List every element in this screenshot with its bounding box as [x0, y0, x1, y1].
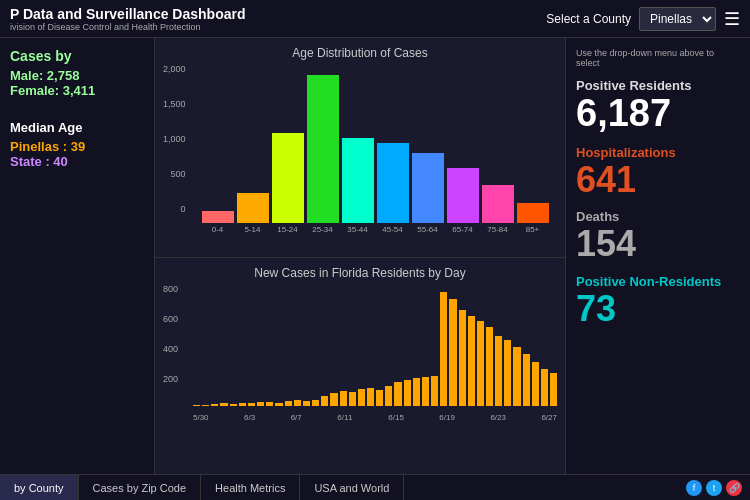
- female-count: Female: 3,411: [10, 83, 144, 98]
- state-age: State : 40: [10, 154, 144, 169]
- nc-bar: [266, 402, 273, 406]
- nc-y-200: 200: [163, 374, 178, 384]
- link-icon[interactable]: 🔗: [726, 480, 742, 496]
- y-label-1000: 1,000: [163, 134, 186, 144]
- age-bar-label: 35-44: [347, 225, 367, 234]
- pinellas-value: 39: [71, 139, 85, 154]
- age-bar: [202, 211, 234, 223]
- age-bar-label: 55-64: [417, 225, 437, 234]
- nc-bar: [248, 403, 255, 406]
- age-bar: [342, 138, 374, 223]
- menu-icon[interactable]: ☰: [724, 8, 740, 30]
- main-content: Cases by Male: 2,758 Female: 3,411 Media…: [0, 38, 750, 490]
- nc-y-axis: 800 600 400 200: [163, 284, 182, 404]
- nc-bar: [523, 354, 530, 406]
- nc-bar: [486, 327, 493, 406]
- nc-bar: [211, 404, 218, 406]
- nc-bar: [358, 389, 365, 406]
- nc-bars-area: [193, 286, 557, 406]
- tab-usa-world[interactable]: USA and World: [300, 475, 404, 500]
- age-bar-label: 45-54: [382, 225, 402, 234]
- nc-bar: [495, 336, 502, 406]
- positive-residents-value: 6,187: [576, 93, 740, 135]
- non-residents-value: 73: [576, 289, 740, 329]
- nc-y-400: 400: [163, 344, 178, 354]
- female-label: Female:: [10, 83, 59, 98]
- age-bar-label: 5-14: [244, 225, 260, 234]
- cases-by-gender: Cases by Male: 2,758 Female: 3,411: [10, 48, 144, 98]
- tab-by-county[interactable]: by County: [0, 475, 79, 500]
- nc-bar: [440, 292, 447, 406]
- age-bar: [307, 75, 339, 223]
- county-dropdown[interactable]: Pinellas: [639, 7, 716, 31]
- deaths-block: Deaths 154: [576, 209, 740, 264]
- right-panel: Use the drop-down menu above to select P…: [565, 38, 750, 490]
- new-cases-chart: 800 600 400 200 5/306/36/76/116/156/196/…: [163, 284, 557, 424]
- age-bar: [237, 193, 269, 223]
- nc-bar: [294, 400, 301, 406]
- positive-residents-label: Positive Residents: [576, 78, 740, 93]
- nc-x-labels: 5/306/36/76/116/156/196/236/27: [193, 413, 557, 422]
- tab-health-metrics[interactable]: Health Metrics: [201, 475, 300, 500]
- nc-y-800: 800: [163, 284, 178, 294]
- positive-residents-block: Positive Residents 6,187: [576, 78, 740, 135]
- nc-bar: [541, 369, 548, 406]
- age-bar-group: 5-14: [237, 193, 269, 234]
- nc-bar: [394, 382, 401, 406]
- age-bar: [482, 185, 514, 223]
- new-cases-container: New Cases in Florida Residents by Day 80…: [155, 258, 565, 490]
- left-panel: Cases by Male: 2,758 Female: 3,411 Media…: [0, 38, 155, 490]
- nc-bar: [413, 378, 420, 406]
- nc-bar: [385, 386, 392, 406]
- facebook-icon[interactable]: f: [686, 480, 702, 496]
- county-select-label: Select a County: [546, 12, 631, 26]
- nc-bar: [532, 362, 539, 406]
- hospitalizations-block: Hospitalizations 641: [576, 145, 740, 200]
- nc-bar: [449, 299, 456, 406]
- nc-bar: [285, 401, 292, 406]
- deaths-label: Deaths: [576, 209, 740, 224]
- age-bar-group: 65-74: [447, 168, 479, 234]
- hospitalizations-label: Hospitalizations: [576, 145, 740, 160]
- tab-icons: f t 🔗: [678, 475, 750, 500]
- non-residents-label: Positive Non-Residents: [576, 274, 740, 289]
- nc-bar: [340, 391, 347, 406]
- nc-bar: [239, 403, 246, 406]
- twitter-icon[interactable]: t: [706, 480, 722, 496]
- header-left: P Data and Surveillance Dashboard ivisio…: [10, 6, 246, 32]
- age-chart-container: Age Distribution of Cases 2,000 1,500 1,…: [155, 38, 565, 258]
- age-bar-label: 0-4: [212, 225, 224, 234]
- dashboard-title: P Data and Surveillance Dashboard: [10, 6, 246, 22]
- age-bar-label: 85+: [526, 225, 540, 234]
- header: P Data and Surveillance Dashboard ivisio…: [0, 0, 750, 38]
- nc-bar: [202, 405, 209, 406]
- nc-bar: [459, 310, 466, 406]
- nc-bar: [550, 373, 557, 406]
- tab-cases-by-zip[interactable]: Cases by Zip Code: [79, 475, 202, 500]
- age-bar-group: 75-84: [482, 185, 514, 234]
- cases-by-title: Cases by: [10, 48, 144, 64]
- nc-x-label: 6/19: [439, 413, 455, 422]
- age-bar-label: 65-74: [452, 225, 472, 234]
- age-bar-label: 75-84: [487, 225, 507, 234]
- nc-bar: [275, 403, 282, 406]
- male-value: 2,758: [47, 68, 80, 83]
- center-panel: Age Distribution of Cases 2,000 1,500 1,…: [155, 38, 565, 490]
- nc-bar: [513, 347, 520, 406]
- nc-bar: [220, 403, 227, 406]
- age-bar-label: 25-34: [312, 225, 332, 234]
- age-bar: [412, 153, 444, 223]
- age-bars-area: 0-45-1415-2425-3435-4445-5455-6465-7475-…: [202, 84, 549, 234]
- median-title: Median Age: [10, 120, 144, 135]
- age-bar: [377, 143, 409, 223]
- age-bar-group: 15-24: [272, 133, 304, 234]
- male-count: Male: 2,758: [10, 68, 144, 83]
- median-age: Median Age Pinellas : 39 State : 40: [10, 120, 144, 169]
- age-bar: [447, 168, 479, 223]
- y-label-0: 0: [181, 204, 186, 214]
- age-bar-group: 55-64: [412, 153, 444, 234]
- pinellas-label: Pinellas :: [10, 139, 67, 154]
- nc-bar: [312, 400, 319, 406]
- age-bar-group: 0-4: [202, 211, 234, 234]
- nc-bar: [504, 340, 511, 406]
